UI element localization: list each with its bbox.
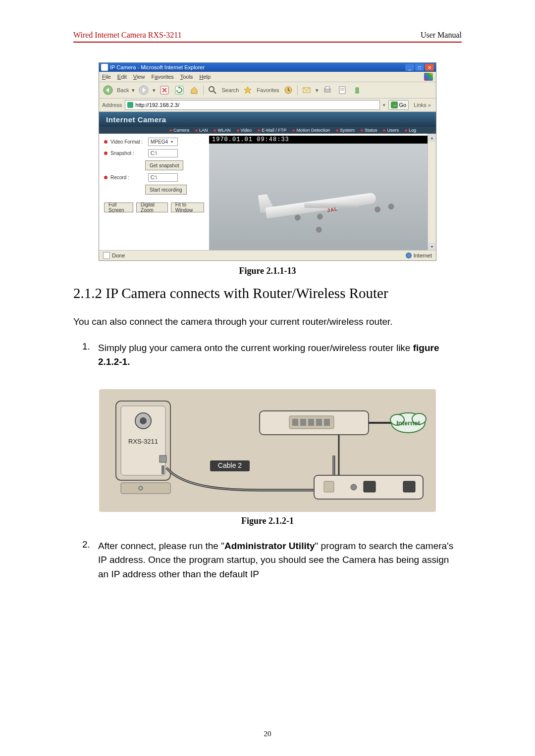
- menu-tools[interactable]: Tools: [180, 74, 193, 80]
- page-number: 20: [0, 730, 535, 738]
- tab-status[interactable]: Status: [361, 128, 377, 133]
- menu-view[interactable]: View: [133, 74, 145, 80]
- search-label[interactable]: Search: [221, 87, 239, 93]
- step2-text-a: After connect, please run the ": [98, 541, 224, 551]
- go-label: Go: [399, 102, 406, 108]
- svg-rect-36: [364, 481, 375, 492]
- internet-cloud-icon: Internet: [390, 413, 426, 433]
- menu-help[interactable]: Help: [199, 74, 211, 80]
- ie-window: IP Camera - Microsoft Internet Explorer …: [99, 62, 436, 261]
- search-icon[interactable]: [207, 84, 218, 96]
- scroll-down-icon[interactable]: ▾: [428, 243, 436, 251]
- address-label: Address: [102, 102, 122, 108]
- menu-file[interactable]: FFileile: [102, 74, 111, 80]
- video-format-select[interactable]: MPEG4: [148, 138, 178, 146]
- links-label[interactable]: Links »: [412, 102, 433, 108]
- video-content-plane: JAL: [249, 173, 392, 232]
- ie-app-icon: [101, 64, 108, 71]
- start-recording-button[interactable]: Start recording: [145, 185, 187, 195]
- ie-menubar: FFileile Edit View Favorites Tools Help: [99, 72, 436, 82]
- tab-wlan[interactable]: WLAN: [214, 128, 230, 133]
- svg-rect-9: [325, 87, 329, 89]
- tab-system[interactable]: System: [336, 128, 355, 133]
- ie-content: Internet Camera Camera LAN WLAN Video E-…: [99, 112, 436, 260]
- tab-log[interactable]: Log: [405, 128, 416, 133]
- header-rule: [73, 42, 462, 43]
- stop-button[interactable]: [159, 84, 170, 96]
- diagram-internet-label: Internet: [396, 419, 420, 427]
- tab-lan[interactable]: LAN: [195, 128, 208, 133]
- record-path-input[interactable]: C:\: [148, 173, 178, 182]
- home-button[interactable]: [188, 84, 200, 96]
- svg-rect-27: [292, 419, 298, 426]
- snapshot-path-input[interactable]: C:\: [148, 149, 178, 157]
- status-done: Done: [112, 252, 125, 258]
- forward-chevron-icon[interactable]: ▾: [153, 87, 156, 94]
- step2-program-name: Administrator Utility: [224, 541, 315, 551]
- minimize-button[interactable]: _: [405, 64, 414, 71]
- ie-titlebar: IP Camera - Microsoft Internet Explorer …: [99, 63, 436, 72]
- favorites-label[interactable]: Favorites: [257, 87, 279, 93]
- full-screen-button[interactable]: Full Screen: [104, 202, 133, 212]
- maximize-button[interactable]: □: [415, 64, 424, 71]
- bullet-icon: [104, 176, 107, 179]
- page-header: Wired Internet Camera RXS-3211 User Manu…: [73, 31, 462, 42]
- edit-button[interactable]: [336, 84, 348, 96]
- svg-rect-29: [308, 419, 314, 426]
- digital-zoom-button[interactable]: Digital Zoom: [136, 202, 168, 212]
- go-button[interactable]: → Go: [388, 100, 409, 110]
- svg-rect-23: [161, 465, 164, 474]
- back-button[interactable]: [102, 84, 114, 96]
- diagram-camera-label: RXS-3211: [128, 438, 158, 445]
- ie-statusbar: Done Internet: [99, 250, 436, 260]
- menu-favorites[interactable]: Favorites: [152, 74, 174, 80]
- internet-zone-icon: [406, 252, 412, 258]
- scrollbar[interactable]: ▴ ▾: [428, 134, 436, 251]
- video-frame: JAL: [209, 144, 432, 251]
- svg-line-5: [214, 91, 216, 94]
- svg-point-21: [140, 487, 142, 489]
- history-button[interactable]: [282, 84, 294, 96]
- tab-camera[interactable]: Camera: [169, 128, 189, 133]
- address-icon: [127, 102, 133, 108]
- step-2: 2. After connect, please run the "Admini…: [82, 539, 462, 582]
- bullet-icon: [104, 151, 107, 155]
- print-button[interactable]: [321, 84, 333, 96]
- svg-point-4: [209, 87, 214, 92]
- intro-paragraph: You can also connect the camera through …: [73, 315, 462, 328]
- camera-banner: Internet Camera: [99, 112, 436, 127]
- tab-users[interactable]: Users: [383, 128, 399, 133]
- status-page-icon: [103, 252, 110, 259]
- ie-addressbar: Address http://192.168.2.3/ ▾ → Go Links…: [99, 99, 436, 112]
- fit-to-window-button[interactable]: Fit to Window: [171, 202, 204, 212]
- forward-button[interactable]: [138, 84, 150, 96]
- camera-control-panel: Video Format : MPEG4 Snapshot : C:\ Get …: [99, 134, 209, 251]
- messenger-button[interactable]: [351, 84, 363, 96]
- ie-toolbar: Back ▾ ▾ Search Favorites: [99, 82, 436, 99]
- svg-rect-34: [324, 481, 334, 492]
- menu-edit[interactable]: Edit: [117, 74, 127, 80]
- back-chevron-icon[interactable]: ▾: [132, 87, 135, 94]
- tab-video[interactable]: Video: [237, 128, 252, 133]
- get-snapshot-button[interactable]: Get snapshot: [145, 160, 183, 170]
- svg-rect-37: [403, 481, 415, 492]
- status-zone: Internet: [414, 252, 432, 258]
- record-label: Record :: [110, 175, 145, 180]
- address-input[interactable]: http://192.168.2.3/: [125, 100, 380, 110]
- tab-motion[interactable]: Motion Detection: [292, 128, 330, 133]
- mail-button[interactable]: [301, 84, 313, 96]
- step-number: 2.: [82, 539, 93, 582]
- camera-video-pane: 1970.01.01 09:48:33 JAL: [209, 136, 432, 251]
- favorites-icon[interactable]: [242, 84, 254, 96]
- close-button[interactable]: ✕: [425, 64, 434, 71]
- svg-point-18: [140, 417, 147, 424]
- scroll-up-icon[interactable]: ▴: [428, 134, 436, 142]
- address-dropdown-icon[interactable]: ▾: [383, 102, 385, 107]
- svg-rect-22: [160, 455, 166, 462]
- svg-rect-14: [355, 91, 359, 94]
- refresh-button[interactable]: [173, 84, 185, 96]
- snapshot-label: Snapshot :: [110, 151, 145, 156]
- tab-email-ftp[interactable]: E-Mail / FTP: [258, 128, 286, 133]
- svg-rect-28: [300, 419, 306, 426]
- mail-chevron-icon[interactable]: ▾: [316, 87, 319, 94]
